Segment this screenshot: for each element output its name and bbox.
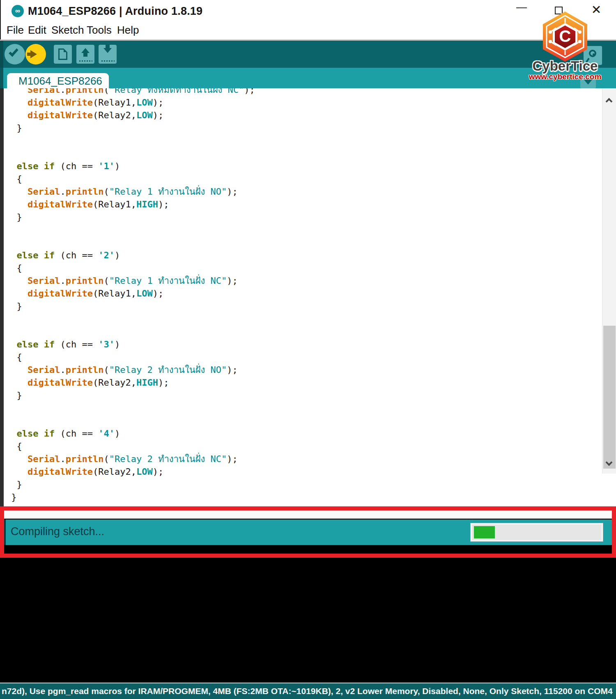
code-line: else if (ch == '4') [6, 427, 255, 440]
code-line: digitalWrite(Relay2,LOW); [6, 109, 255, 122]
minimize-button[interactable]: — [513, 1, 530, 14]
code-line: digitalWrite(Relay1,LOW); [6, 96, 255, 109]
menu-tools[interactable]: Tools [87, 24, 112, 37]
open-button[interactable] [76, 45, 94, 64]
red-highlight-box: Compiling sketch... [0, 506, 616, 558]
code-line [6, 414, 255, 427]
code-line [6, 223, 255, 236]
document-icon [58, 48, 67, 60]
toolbar-left-edge [0, 41, 3, 68]
board-status-line: n72d), Use pgm_read macros for IRAM/PROG… [0, 683, 616, 699]
cybertice-name: CyberTice [528, 58, 602, 74]
cybertice-url: www.cybertice.com [528, 72, 602, 81]
horizontal-scrollbar[interactable] [4, 510, 612, 519]
upload-button[interactable] [25, 44, 46, 64]
code-line: else if (ch == '3') [6, 338, 255, 351]
code-line: } [6, 389, 255, 402]
code-line [6, 402, 255, 414]
compile-status-bar: Compiling sketch... [4, 520, 612, 545]
arduino-ide-window: ∞ M1064_ESP8266 | Arduino 1.8.19 — ✕ Fil… [0, 0, 616, 699]
compile-progress-bar [471, 523, 603, 541]
vertical-scrollbar[interactable] [602, 88, 616, 474]
console-output-area [0, 558, 616, 683]
code-line: Serial.println("Relay 2 ทำงานในฝั่ง NC")… [6, 453, 255, 465]
code-line: } [6, 504, 255, 506]
check-icon [9, 47, 18, 57]
code-line: Serial.println("Relay ทั้งหมดทำงานในฝั่ง… [6, 88, 255, 96]
code-line: digitalWrite(Relay1,HIGH); [6, 198, 255, 211]
menu-file[interactable]: File [7, 24, 24, 37]
save-button[interactable] [99, 45, 117, 64]
down-arrow-icon [103, 48, 112, 53]
new-sketch-button[interactable] [54, 45, 72, 64]
code-line: } [6, 211, 255, 223]
code-line: digitalWrite(Relay2,HIGH); [6, 376, 255, 389]
code-line: Serial.println("Relay 1 ทำงานในฝั่ง NC")… [6, 274, 255, 287]
editor-left-border [0, 88, 4, 506]
code-line: digitalWrite(Relay2,LOW); [6, 465, 255, 478]
code-editor[interactable]: Serial.println("Relay ทั้งหมดทำงานในฝั่ง… [0, 88, 616, 506]
up-arrow-icon [81, 48, 90, 53]
code-line: } [6, 300, 255, 313]
code-line [6, 236, 255, 249]
code-line [6, 313, 255, 325]
code-line [6, 147, 255, 160]
menu-edit[interactable]: Edit [28, 24, 46, 37]
scroll-up-icon[interactable] [606, 98, 613, 105]
code-line: Serial.println("Relay 2 ทำงานในฝั่ง NO")… [6, 363, 255, 376]
code-line: Serial.println("Relay 1 ทำงานในฝั่ง NO")… [6, 185, 255, 198]
menu-sketch[interactable]: Sketch [51, 24, 84, 37]
menu-bar: File Edit Sketch Tools Help [0, 21, 616, 39]
window-title: M1064_ESP8266 | Arduino 1.8.19 [28, 5, 202, 18]
code-line [6, 325, 255, 338]
cybertice-hexagon-logo: C [532, 11, 598, 62]
code-line: { [6, 172, 255, 185]
code-line: else if (ch == '1') [6, 160, 255, 172]
code-line: digitalWrite(Relay1,LOW); [6, 287, 255, 300]
scrollbar-thumb[interactable] [603, 326, 616, 469]
code-line: } [6, 478, 255, 491]
svg-text:C: C [559, 27, 571, 45]
right-arrow-icon [30, 50, 37, 58]
title-bar: ∞ M1064_ESP8266 | Arduino 1.8.19 — ✕ [0, 0, 616, 21]
dots-decoration [79, 60, 92, 62]
arduino-logo-icon: ∞ [11, 5, 24, 17]
menu-help[interactable]: Help [117, 24, 139, 37]
console-top-strip [4, 545, 612, 554]
code-line: } [6, 122, 255, 134]
tab-strip-left-edge [0, 68, 3, 88]
board-config-text: n72d), Use pgm_read macros for IRAM/PROG… [2, 686, 613, 696]
code-line: else if (ch == '2') [6, 249, 255, 262]
compiling-status-text: Compiling sketch... [11, 525, 104, 538]
progress-fill [474, 526, 495, 538]
code-line: } [6, 491, 255, 504]
code-line: { [6, 262, 255, 274]
code-content: Serial.println("Relay ทั้งหมดทำงานในฝั่ง… [6, 88, 255, 506]
code-line [6, 134, 255, 147]
code-line: { [6, 440, 255, 453]
code-line: { [6, 351, 255, 363]
verify-button[interactable] [5, 44, 25, 64]
dots-decoration [101, 60, 115, 62]
cybertice-watermark: C CyberTice www.cybertice.com [532, 11, 598, 83]
tab-sketch[interactable]: M1064_ESP8266 [7, 73, 109, 88]
